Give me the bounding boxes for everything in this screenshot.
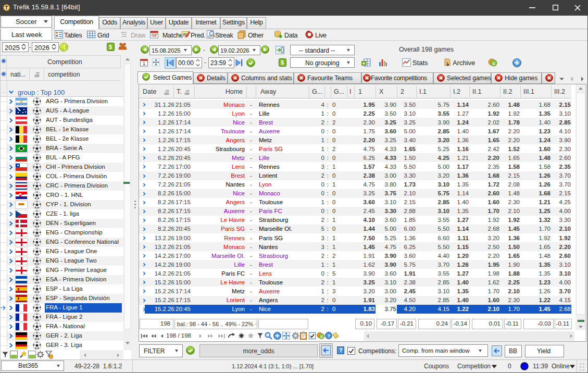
svg-text:?: ? bbox=[328, 333, 331, 339]
svg-text:$: $ bbox=[109, 44, 112, 50]
svg-text:$: $ bbox=[281, 59, 284, 66]
svg-text:1: 1 bbox=[143, 61, 145, 66]
svg-text:ab: ab bbox=[183, 32, 187, 36]
svg-text:$: $ bbox=[493, 61, 495, 66]
svg-text:$: $ bbox=[320, 335, 322, 339]
